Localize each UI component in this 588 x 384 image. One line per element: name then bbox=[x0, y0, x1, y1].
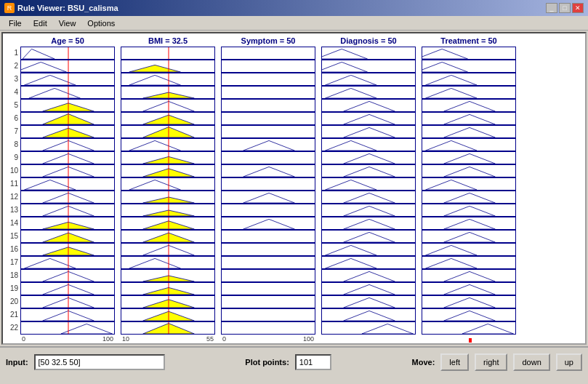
fuzzy-cell-col1-row12 bbox=[121, 204, 215, 217]
svg-marker-103 bbox=[344, 206, 395, 216]
fuzzy-cell-col4-row7 bbox=[422, 138, 516, 151]
fuzzy-cell-col0-row15 bbox=[20, 243, 115, 256]
maximize-button[interactable]: □ bbox=[559, 3, 571, 13]
row-number: 7 bbox=[6, 125, 20, 138]
svg-marker-98 bbox=[326, 140, 377, 151]
fuzzy-cell-col3-row11 bbox=[321, 191, 416, 204]
fuzzy-cell-col4-row15 bbox=[422, 243, 516, 256]
fuzzy-cell-col0-row2 bbox=[20, 73, 115, 86]
move-down-button[interactable]: down bbox=[513, 353, 549, 371]
fuzzy-cell-col1-row21 bbox=[121, 321, 215, 335]
col-header-0: Age = 50 bbox=[20, 36, 115, 45]
fuzzy-cell-col3-row1 bbox=[321, 60, 416, 73]
fuzzy-cell-col2-row5 bbox=[221, 112, 315, 125]
svg-marker-20 bbox=[25, 180, 76, 190]
row-number: 20 bbox=[6, 295, 20, 308]
row-number: 11 bbox=[6, 177, 20, 191]
svg-marker-107 bbox=[326, 258, 377, 268]
move-up-button[interactable]: up bbox=[556, 353, 582, 371]
row-number: 17 bbox=[6, 256, 20, 269]
row-number: 16 bbox=[6, 243, 20, 256]
svg-marker-88 bbox=[243, 167, 295, 177]
plot-points-field[interactable] bbox=[295, 354, 331, 370]
svg-marker-117 bbox=[444, 101, 496, 111]
svg-marker-115 bbox=[426, 75, 478, 85]
svg-marker-87 bbox=[243, 140, 295, 151]
fuzzy-cell-col3-row5 bbox=[321, 112, 416, 125]
fuzzy-cell-col3-row21 bbox=[321, 321, 416, 335]
svg-marker-110 bbox=[344, 297, 395, 308]
fuzzy-cell-col2-row3 bbox=[221, 86, 315, 99]
fuzzy-cell-col0-row10 bbox=[20, 177, 115, 191]
fuzzy-cell-col2-row18 bbox=[221, 282, 315, 295]
svg-marker-94 bbox=[326, 88, 377, 98]
fuzzy-cell-col2-row2 bbox=[221, 73, 315, 86]
fuzzy-cell-col4-row10 bbox=[422, 177, 516, 191]
axis-labels-col2: 0100 bbox=[221, 335, 315, 343]
svg-marker-112 bbox=[362, 324, 414, 334]
fuzzy-cell-col3-row8 bbox=[321, 151, 416, 164]
input-field[interactable] bbox=[34, 354, 165, 370]
fuzzy-cell-col3-row4 bbox=[321, 99, 416, 112]
move-left-button[interactable]: left bbox=[440, 353, 469, 371]
row-number: 1 bbox=[6, 47, 20, 60]
menu-options[interactable]: Options bbox=[81, 17, 121, 29]
fuzzy-cell-col1-row8 bbox=[121, 151, 215, 164]
fuzzy-cell-col4-row20 bbox=[422, 308, 516, 321]
fuzzy-cell-col0-row11 bbox=[20, 191, 115, 204]
row-number: 2 bbox=[6, 60, 20, 73]
row-number: 14 bbox=[6, 217, 20, 230]
move-label: Move: bbox=[412, 358, 435, 367]
fuzzy-cell-col4-row6 bbox=[422, 125, 516, 138]
row-number: 5 bbox=[6, 99, 20, 112]
row-number: 15 bbox=[6, 230, 20, 243]
bottom-bar: Input: Plot points: Move: left right dow… bbox=[0, 346, 588, 377]
fuzzy-cell-col0-row8 bbox=[20, 151, 115, 164]
svg-marker-134 bbox=[462, 324, 514, 334]
move-right-button[interactable]: right bbox=[475, 353, 507, 371]
fuzzy-cell-col1-row6 bbox=[121, 125, 215, 138]
fuzzy-cell-col4-row2 bbox=[422, 73, 516, 86]
fuzzy-cell-col0-row4 bbox=[20, 99, 115, 112]
fuzzy-cell-col3-row14 bbox=[321, 230, 416, 243]
col-header-1: BMI = 32.5 bbox=[121, 36, 215, 45]
axis-labels-col4 bbox=[422, 335, 516, 335]
fuzzy-cell-col2-row21 bbox=[221, 321, 315, 335]
title-bar: R Rule Viewer: BSU_calisma _ □ ✕ bbox=[0, 0, 588, 16]
svg-marker-129 bbox=[426, 258, 478, 268]
fuzzy-column-3 bbox=[321, 47, 416, 343]
svg-marker-2 bbox=[21, 62, 66, 72]
svg-marker-130 bbox=[444, 271, 496, 281]
fuzzy-cell-col1-row17 bbox=[121, 269, 215, 282]
col-header-4: Treatment = 50 bbox=[422, 36, 516, 45]
fuzzy-cell-col0-row1 bbox=[20, 60, 115, 73]
fuzzy-cell-col2-row8 bbox=[221, 151, 315, 164]
svg-marker-104 bbox=[344, 219, 395, 229]
row-number: 3 bbox=[6, 73, 20, 86]
fuzzy-cell-col0-row5 bbox=[20, 112, 115, 125]
fuzzy-cell-col2-row17 bbox=[221, 269, 315, 282]
fuzzy-cell-col4-row18 bbox=[422, 282, 516, 295]
fuzzy-cell-col2-row1 bbox=[221, 60, 315, 73]
menu-view[interactable]: View bbox=[53, 17, 82, 29]
minimize-button[interactable]: _ bbox=[546, 3, 557, 13]
fuzzy-cell-col3-row20 bbox=[321, 308, 416, 321]
axis-labels-col3 bbox=[321, 335, 416, 335]
row-number: 19 bbox=[6, 282, 20, 295]
fuzzy-cell-col4-row1 bbox=[422, 60, 516, 73]
fuzzy-cell-col2-row10 bbox=[221, 177, 315, 191]
fuzzy-cell-col0-row7 bbox=[20, 138, 115, 151]
fuzzy-cell-col3-row12 bbox=[321, 204, 416, 217]
svg-marker-126 bbox=[444, 219, 496, 229]
menu-edit[interactable]: Edit bbox=[28, 17, 53, 29]
fuzzy-cell-col0-row17 bbox=[20, 269, 115, 282]
svg-marker-89 bbox=[243, 193, 295, 203]
fuzzy-column-4 bbox=[422, 47, 516, 343]
svg-marker-45 bbox=[129, 65, 181, 72]
fuzzy-cell-col2-row16 bbox=[221, 256, 315, 269]
close-button[interactable]: ✕ bbox=[572, 3, 584, 13]
svg-marker-32 bbox=[25, 258, 76, 268]
menu-file[interactable]: File bbox=[3, 17, 28, 29]
input-label: Input: bbox=[6, 358, 28, 367]
svg-marker-118 bbox=[444, 114, 496, 124]
